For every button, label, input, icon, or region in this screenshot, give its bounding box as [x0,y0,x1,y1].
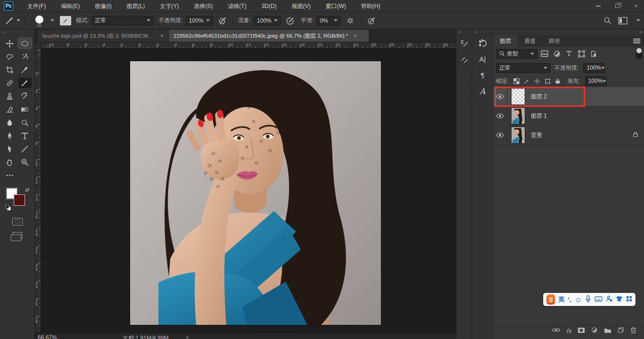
tool-crop[interactable] [3,65,17,75]
smoothing-options-button[interactable] [345,15,356,27]
restore-button[interactable] [614,3,620,9]
layer-styles-button[interactable]: fx [566,328,571,334]
expand-panels-button[interactable]: » [493,29,644,35]
tool-magic-wand[interactable] [18,51,32,62]
layer-row-layer1[interactable]: 图层 1 [493,106,644,126]
brush-settings-toggle-button[interactable] [60,15,71,27]
tool-eraser[interactable] [3,104,17,114]
ruler-vertical[interactable]: 024681012141618202224262830 [35,48,41,332]
quick-mask-button[interactable] [12,218,23,226]
layer-blend-mode-select[interactable]: 正常 [496,63,551,73]
blend-mode-select[interactable]: 正常 [91,16,154,25]
menu-edit[interactable]: 编辑(E) [53,0,87,12]
collapse-dock-button[interactable]: « [472,29,493,35]
menu-view[interactable]: 视图(V) [284,0,318,12]
background-color-swatch[interactable] [14,194,25,206]
canvas-image[interactable] [130,61,381,325]
tool-preset-picker[interactable] [5,15,20,27]
filter-type-layers-button[interactable] [564,49,574,58]
filter-smart-objects-button[interactable] [588,49,599,58]
tool-type[interactable] [18,130,32,141]
tab-paths[interactable]: 路径 [542,35,567,47]
opacity-pressure-button[interactable] [217,15,228,27]
character-panel-button[interactable]: A| [472,51,493,67]
search-icon[interactable] [603,16,611,24]
layer-row-background[interactable]: 背景 [493,126,644,145]
close-button[interactable]: × [633,3,639,9]
layer-opacity-input[interactable]: 100% [583,63,605,73]
menu-file[interactable]: 文件(F) [20,0,53,12]
layer-thumbnail-transparent[interactable] [511,88,525,105]
tool-gradient[interactable] [18,104,32,114]
history-panel-button[interactable] [472,35,493,51]
brush-size-picker[interactable]: 25 [31,16,47,28]
visibility-toggle[interactable] [493,126,507,145]
document-tab-1[interactable]: liyuzhe logo.psd @ 13.3% (组 3, RGB/8/CMY… [38,30,169,42]
tool-dodge[interactable] [18,117,32,128]
screen-mode-button[interactable] [13,232,22,239]
ime-voice-button[interactable] [585,295,591,304]
workspace-switcher-icon[interactable] [618,17,627,24]
tool-elliptical-marquee[interactable] [18,38,32,48]
tool-brush[interactable] [18,78,32,88]
tool-path-selection[interactable] [3,144,17,154]
tool-spot-healing-brush[interactable] [3,78,17,88]
minimize-button[interactable] [595,3,602,9]
paragraph-panel-button[interactable]: ¶ [472,67,493,83]
adjustment-layer-button[interactable] [591,327,598,335]
swap-colors-button[interactable]: ⇄ [25,187,29,193]
menu-layer[interactable]: 图层(L) [119,0,153,12]
layer-thumbnail-photo[interactable] [511,127,525,144]
link-layers-button[interactable] [552,327,560,334]
document-tab-2-active[interactable]: 229562c96ef64531bd1c31d2071f940c.jpeg @ … [169,30,369,42]
visibility-toggle[interactable] [493,87,507,106]
tab-layers[interactable]: 图层 [493,35,518,47]
filter-on-off-toggle[interactable] [636,48,642,59]
menu-filter[interactable]: 滤镜(T) [220,0,254,12]
new-layer-button[interactable] [618,327,624,335]
lock-all-button[interactable] [553,77,562,85]
menu-help[interactable]: 帮助(H) [354,0,388,12]
collapse-tools-button[interactable]: « [0,29,34,35]
menu-3d[interactable]: 3D(D) [254,0,284,12]
tool-hand[interactable] [3,157,17,167]
lock-transparency-button[interactable] [512,77,521,85]
lock-artboard-button[interactable] [543,77,552,85]
smoothing-input[interactable]: 0% [316,16,341,25]
ime-keyboard-button[interactable] [594,296,603,303]
size-pressure-button[interactable] [366,15,377,27]
layer-row-layer2[interactable]: 图层 2 [493,87,644,106]
lock-pixels-button[interactable] [522,77,531,85]
delete-layer-button[interactable] [630,327,636,335]
glyphs-panel-button[interactable]: A [472,83,493,99]
ime-language-toggle[interactable]: 英 [558,295,564,304]
flow-input[interactable]: 100% [254,16,281,25]
status-options-chevron[interactable]: > [185,333,189,339]
filter-pixel-layers-button[interactable] [539,49,550,58]
tool-history-brush[interactable] [18,91,32,101]
collapse-dock-button[interactable]: « [456,29,472,35]
tool-pen[interactable] [3,130,17,141]
brushes-panel-button[interactable] [456,51,472,67]
tool-zoom[interactable] [18,157,32,167]
ime-emoji-button[interactable]: ☺ [575,296,582,304]
chevron-down-icon[interactable] [636,19,640,22]
menu-type[interactable]: 文字(Y) [152,0,186,12]
new-group-button[interactable] [604,327,611,335]
opacity-input[interactable]: 100% [186,16,213,25]
filter-adjustment-layers-button[interactable] [552,49,562,58]
airbrush-button[interactable] [285,15,296,27]
layer-thumbnail-photo[interactable] [511,107,525,124]
zoom-level-field[interactable]: 66.67% [38,333,80,339]
tool-move[interactable] [3,38,17,48]
visibility-toggle[interactable] [493,106,507,125]
menu-window[interactable]: 窗口(W) [318,0,354,12]
tool-clone-stamp[interactable] [3,91,17,101]
default-colors-button[interactable] [5,205,11,210]
ime-toolbox-button[interactable] [626,296,632,303]
close-tab-icon[interactable]: × [354,32,357,39]
add-layer-mask-button[interactable] [578,327,585,335]
tool-line[interactable] [18,144,32,154]
tool-edit-toolbar[interactable] [3,170,17,180]
close-tab-icon[interactable]: × [160,32,164,39]
